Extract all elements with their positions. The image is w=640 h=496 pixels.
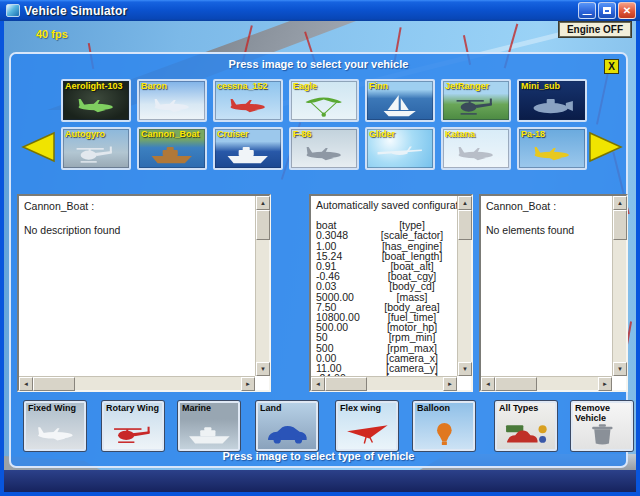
vehicle-label: Katana [445, 129, 475, 139]
category-label: Flex wing [340, 403, 381, 413]
vehicle-thumb-mini-sub[interactable]: Mini_sub [517, 79, 587, 122]
plane-icon [68, 94, 123, 118]
scrollbar-thumb[interactable] [33, 377, 75, 391]
vehicle-thumb-eagle[interactable]: Eagle [289, 79, 359, 122]
elements-title: Cannon_Boat : [486, 200, 610, 212]
helicopter-icon [109, 421, 158, 448]
dialog-footer: Press image to select type of vehicle [11, 450, 626, 462]
scrollbar-thumb[interactable] [495, 377, 537, 391]
scroll-up-button[interactable]: ▲ [256, 196, 270, 210]
category-label: Rotary Wing [106, 403, 159, 413]
horizontal-scrollbar[interactable]: ◄ ► [311, 376, 457, 390]
vehicle-thumb-pa-18[interactable]: Pa-18 [517, 127, 587, 170]
scrollbar-thumb[interactable] [613, 210, 627, 240]
description-panel: Cannon_Boat : No description found ▲ ▼ ◄… [17, 194, 271, 392]
vehicle-label: cessna_152 [217, 81, 268, 91]
vertical-scrollbar[interactable]: ▲ ▼ [457, 196, 471, 376]
fps-counter: 40 fps [36, 28, 68, 40]
vehicle-grid: Aerolight-103 Baron cessna_152 Eagle Fin… [61, 79, 588, 170]
category-land-button[interactable]: Land [256, 401, 318, 451]
engine-toggle-button[interactable]: Engine OFF [559, 22, 631, 37]
vehicle-thumb-finn[interactable]: Finn [365, 79, 435, 122]
scroll-down-button[interactable]: ▼ [458, 362, 472, 376]
helicopter-icon [448, 94, 503, 118]
vehicle-thumb-aerolight-103[interactable]: Aerolight-103 [61, 79, 131, 122]
vehicle-thumb-cannon-boat[interactable]: Cannon_Boat [137, 127, 207, 170]
dialog-header: Press image to select your vehicle [11, 58, 626, 70]
category-balloon-button[interactable]: Balloon [413, 401, 475, 451]
minimize-button[interactable]: — [578, 2, 596, 19]
maximize-button[interactable] [598, 2, 616, 19]
scroll-left-button[interactable]: ◄ [19, 377, 33, 391]
scene-water [4, 470, 636, 492]
category-label: All Types [499, 403, 538, 413]
vehicle-label: Pa-18 [521, 129, 545, 139]
scrollbar-thumb[interactable] [256, 210, 270, 240]
vehicle-thumb-katana[interactable]: Katana [441, 127, 511, 170]
horizontal-scrollbar[interactable]: ◄ ► [19, 376, 255, 390]
vehicle-thumb-cruiser[interactable]: Cruiser [213, 127, 283, 170]
vehicle-thumb-cessna-152[interactable]: cessna_152 [213, 79, 283, 122]
scroll-up-button[interactable]: ▲ [613, 196, 627, 210]
jet-icon [296, 142, 351, 166]
category-label: Fixed Wing [28, 403, 76, 413]
category-all-types-button[interactable]: All Types [495, 401, 557, 451]
scroll-up-button[interactable]: ▲ [458, 196, 472, 210]
vehicle-thumb-f-86[interactable]: F-86 [289, 127, 359, 170]
next-page-arrow[interactable] [588, 130, 624, 164]
app-icon [6, 4, 20, 17]
category-marine-button[interactable]: Marine [178, 401, 240, 451]
plane-icon [220, 94, 275, 118]
vehicle-thumb-jetranger[interactable]: JetRanger [441, 79, 511, 122]
category-fixed-wing-button[interactable]: Fixed Wing [24, 401, 86, 451]
yacht-icon [220, 142, 275, 166]
horizontal-scrollbar[interactable]: ◄ ► [481, 376, 612, 390]
previous-page-arrow[interactable] [20, 130, 56, 164]
scroll-down-button[interactable]: ▼ [613, 362, 627, 376]
vehicle-thumb-glider[interactable]: Glider [365, 127, 435, 170]
category-rotary-wing-button[interactable]: Rotary Wing [102, 401, 164, 451]
plane-icon [31, 421, 80, 448]
scroll-left-button[interactable]: ◄ [481, 377, 495, 391]
app-window: Vehicle Simulator — ✕ 40 fps Engine OFF … [0, 0, 640, 496]
scroll-left-button[interactable]: ◄ [311, 377, 325, 391]
elements-body: No elements found [486, 224, 610, 236]
vehicle-thumb-autogyro[interactable]: Autogyro [61, 127, 131, 170]
vehicle-label: F-86 [293, 129, 312, 139]
title-bar[interactable]: Vehicle Simulator — ✕ [0, 0, 640, 21]
remove-vehicle-button[interactable]: Remove Vehicle [571, 401, 633, 451]
vertical-scrollbar[interactable]: ▲ ▼ [612, 196, 626, 376]
minimize-icon: — [583, 9, 592, 19]
scrollbar-thumb[interactable] [325, 377, 367, 391]
close-icon: ✕ [623, 5, 631, 16]
vehicle-label: Autogyro [65, 129, 105, 139]
category-label: Marine [182, 403, 211, 413]
trash-icon [578, 421, 627, 448]
vehicle-label: Eagle [293, 81, 317, 91]
close-button[interactable]: ✕ [618, 2, 636, 19]
vehicle-thumb-baron[interactable]: Baron [137, 79, 207, 122]
vehicle-label: Mini_sub [521, 81, 560, 91]
paraglider-icon [296, 94, 351, 118]
scroll-down-button[interactable]: ▼ [256, 362, 270, 376]
config-header: Automatically saved configuration file f… [316, 200, 455, 210]
category-label: Balloon [417, 403, 450, 413]
scroll-right-button[interactable]: ► [598, 377, 612, 391]
vertical-scrollbar[interactable]: ▲ ▼ [255, 196, 269, 376]
scrollbar-thumb[interactable] [458, 210, 472, 240]
description-title: Cannon_Boat : [24, 200, 253, 212]
vehicle-label: Aerolight-103 [65, 81, 123, 91]
scroll-right-button[interactable]: ► [443, 377, 457, 391]
plane-icon [524, 142, 579, 166]
ship-icon [185, 421, 234, 448]
scroll-right-button[interactable]: ► [241, 377, 255, 391]
elements-panel: Cannon_Boat : No elements found ▲ ▼ ◄ ► [479, 194, 628, 392]
vehicle-label: Finn [369, 81, 388, 91]
hang-glider-icon [343, 421, 392, 448]
category-flex-wing-button[interactable]: Flex wing [336, 401, 398, 451]
glider-icon [372, 142, 427, 166]
dialog-close-button[interactable]: X [604, 59, 619, 74]
vehicle-label: Cruiser [217, 129, 249, 139]
vehicles-collage-icon [502, 421, 551, 448]
category-label: Remove Vehicle [575, 403, 627, 423]
